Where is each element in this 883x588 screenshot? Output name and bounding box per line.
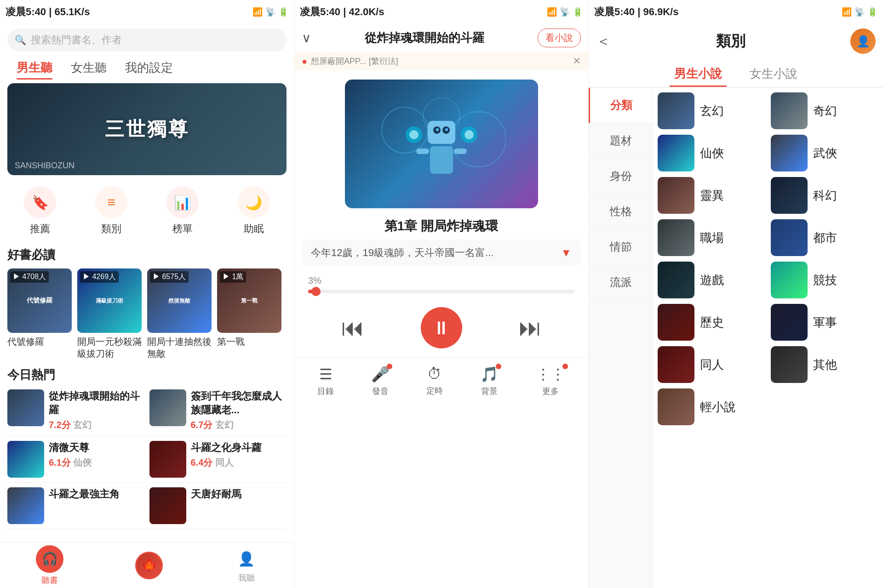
book-card-3[interactable]: 第一戰 ▶ 1萬 第一戰 — [217, 268, 281, 360]
progress-track[interactable] — [308, 290, 574, 293]
sidebar-item-classify[interactable]: 分類 — [589, 88, 653, 123]
cat-thumb-lingyi — [658, 177, 694, 214]
cat-item-zhichang[interactable]: 職場 — [658, 219, 765, 256]
sleep-label: 助眠 — [244, 222, 264, 236]
cat-item-jingji[interactable]: 競技 — [771, 262, 878, 298]
cat-item-kehuan[interactable]: 科幻 — [771, 177, 878, 214]
list-item[interactable]: 清微天尊 6.1分 仙俠 斗羅之化身斗蘿 6.4分 同人 — [7, 436, 287, 483]
action-sleep[interactable]: 🌙 助眠 — [238, 186, 270, 236]
player-nav-toc[interactable]: ☰ 目錄 — [317, 365, 334, 397]
player-nav-more[interactable]: ⋮⋮ 更多 — [536, 365, 565, 397]
chapter-preview[interactable]: 今年12歲，19級魂師，天斗帝國一名富... ▼ — [302, 240, 581, 266]
cat-item-junshi[interactable]: 軍事 — [771, 304, 878, 341]
main-tabs: 男生聽 女生聽 我的設定 — [0, 56, 294, 80]
cat-label-xianxia: 仙俠 — [700, 145, 724, 161]
nav-my-listen[interactable]: 👤 我聽 — [235, 548, 258, 583]
cat-item-qihuan[interactable]: 奇幻 — [771, 92, 878, 129]
tab-female[interactable]: 女生聽 — [62, 56, 116, 80]
cat-user-avatar[interactable]: 👤 — [850, 29, 876, 54]
cat-item-lingyi[interactable]: 靈異 — [658, 177, 765, 214]
sidebar-item-genre[interactable]: 流派 — [589, 265, 653, 300]
voice-label: 發音 — [372, 386, 389, 397]
cat-thumb-junshi — [771, 304, 808, 341]
more-dot — [562, 364, 568, 369]
progress-section: 3% — [294, 266, 588, 298]
hot-list: 從炸掉魂環開始的斗羅 7.2分 玄幻 簽到千年我怎麼成人族隱藏老... 6.7分… — [0, 385, 294, 529]
timer-icon: ⏱ — [427, 365, 442, 382]
sleep-icon: 🌙 — [238, 186, 270, 218]
cat-item-wuxia[interactable]: 武俠 — [771, 135, 878, 171]
cat-page-title: 類別 — [611, 31, 850, 51]
cat-item-dushi[interactable]: 都市 — [771, 219, 878, 256]
cat-item-qingxiaoshuo[interactable]: 輕小說 — [658, 388, 765, 425]
hot-book-title-0: 從炸掉魂環開始的斗羅 — [49, 389, 145, 417]
book-title-1: 開局一元秒殺滿級拔刀術 — [77, 336, 142, 360]
cat-sidebar: 分類 題材 身份 性格 情節 流派 — [589, 88, 653, 588]
hot-info-0: 從炸掉魂環開始的斗羅 7.2分 玄幻 — [49, 389, 145, 431]
book-card-0[interactable]: 代號修羅 ▶ 4708人 代號修羅 — [7, 268, 72, 360]
hot-score-2: 6.1分 仙俠 — [49, 457, 145, 469]
hot-info-3: 斗羅之化身斗蘿 6.4分 同人 — [191, 441, 287, 469]
sidebar-item-identity[interactable]: 身份 — [589, 159, 653, 194]
hot-cover-0 — [7, 389, 44, 426]
book-card-2[interactable]: 然後無敵 ▶ 6575人 開局十連抽然後無敵 — [147, 268, 212, 360]
cat-grid: 玄幻 奇幻 仙俠 武俠 靈異 科幻 — [653, 88, 883, 588]
cat-thumb-wuxia — [771, 135, 808, 171]
sidebar-item-theme[interactable]: 題材 — [589, 123, 653, 159]
search-bar[interactable]: 🔍 搜索熱門書名、作者 — [7, 29, 287, 51]
back-button[interactable]: ∨ — [302, 30, 311, 46]
hot-cover-3 — [149, 441, 186, 478]
read-novel-button[interactable]: 看小說 — [538, 29, 581, 47]
cat-item-xianxia[interactable]: 仙俠 — [658, 135, 765, 171]
nav-avatar[interactable]: 🍁 — [135, 552, 163, 579]
action-recommend[interactable]: 🔖 推薦 — [24, 186, 56, 236]
hero-banner[interactable]: 三世獨尊 SANSHIBOZUN — [7, 83, 287, 175]
sidebar-item-character[interactable]: 性格 — [589, 194, 653, 229]
panel-player: 凌晨5:40 | 42.0K/s 📶 📡 🔋 ∨ 從炸掉魂環開始的斗羅 看小說 … — [294, 0, 589, 588]
player-nav-voice[interactable]: 🎤 發音 — [371, 365, 390, 397]
cat-tab-male[interactable]: 男生小說 — [670, 62, 727, 87]
cat-label-tongren: 同人 — [700, 357, 724, 373]
ranking-label: 榜單 — [172, 222, 193, 236]
quick-actions: 🔖 推薦 ≡ 類別 📊 榜單 🌙 助眠 — [0, 179, 294, 243]
cat-tab-female[interactable]: 女生小說 — [745, 62, 802, 87]
battery-icon-3: 🔋 — [867, 7, 877, 17]
signal-icon: 📶 — [252, 7, 263, 17]
cat-item-tongren[interactable]: 同人 — [658, 346, 765, 383]
cat-item-youxi[interactable]: 遊戲 — [658, 262, 765, 298]
progress-label: 3% — [308, 275, 574, 286]
cat-thumb-xianxia — [658, 135, 694, 171]
hot-book-title-2: 清微天尊 — [49, 441, 145, 455]
list-item[interactable]: 從炸掉魂環開始的斗羅 7.2分 玄幻 簽到千年我怎麼成人族隱藏老... 6.7分… — [7, 385, 287, 436]
hot-cover-2 — [7, 441, 44, 478]
cat-label-qita: 其他 — [813, 357, 837, 373]
list-item[interactable]: 斗羅之最強主角 天唐好耐馬 — [7, 483, 287, 529]
svg-point-1 — [451, 112, 506, 167]
player-nav-timer[interactable]: ⏱ 定時 — [426, 365, 443, 397]
cat-tabs: 男生小說 女生小說 — [589, 58, 883, 88]
sidebar-item-plot[interactable]: 情節 — [589, 229, 653, 265]
wifi-icon: 📡 — [265, 7, 275, 17]
player-nav-bg[interactable]: 🎵 背景 — [480, 365, 499, 397]
cat-item-xuanhuan[interactable]: 玄幻 — [658, 92, 765, 129]
next-button[interactable]: ⏭ — [519, 314, 542, 341]
nav-listen[interactable]: 🎧 聽書 — [36, 545, 63, 586]
wifi-icon-3: 📡 — [854, 7, 865, 17]
cat-back-button[interactable]: ＜ — [596, 31, 611, 51]
cat-item-qita[interactable]: 其他 — [771, 346, 878, 383]
play-pause-button[interactable]: ⏸ — [421, 307, 462, 348]
action-ranking[interactable]: 📊 榜單 — [166, 186, 199, 236]
action-category[interactable]: ≡ 類別 — [95, 186, 127, 236]
tab-male[interactable]: 男生聽 — [7, 56, 62, 80]
my-listen-icon: 👤 — [235, 548, 258, 571]
book-card-1[interactable]: 滿級拔刀術 ▶ 4269人 開局一元秒殺滿級拔刀術 — [77, 268, 142, 360]
tab-settings[interactable]: 我的設定 — [116, 56, 182, 80]
cat-thumb-dushi — [771, 219, 808, 256]
cat-item-lishi[interactable]: 歷史 — [658, 304, 765, 341]
cat-label-jingji: 競技 — [813, 272, 837, 288]
must-read-grid: 代號修羅 ▶ 4708人 代號修羅 滿級拔刀術 ▶ 4269人 開局一元秒殺滿級… — [0, 265, 294, 363]
prev-button[interactable]: ⏮ — [341, 314, 364, 341]
nav-listen-label: 聽書 — [41, 575, 58, 586]
notif-close-button[interactable]: ✕ — [573, 55, 581, 67]
status-icons-1: 📶 📡 🔋 — [252, 7, 288, 17]
